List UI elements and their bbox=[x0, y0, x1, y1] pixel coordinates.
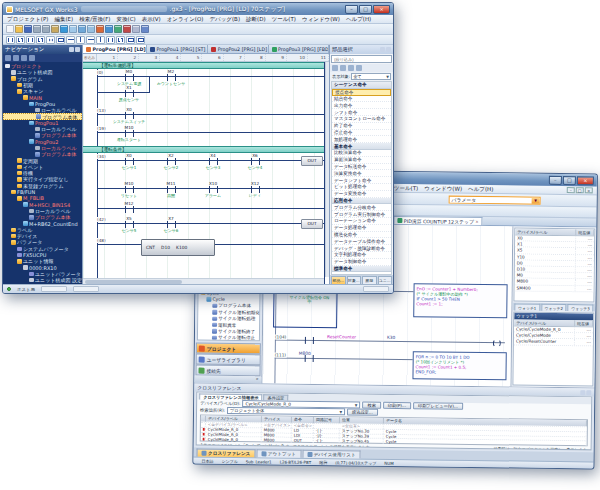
save-icon[interactable] bbox=[24, 25, 32, 33]
instruction-list-item[interactable]: デバッグ・故障診断命令 bbox=[332, 245, 391, 252]
instruction-list-item[interactable]: 接点命令 bbox=[332, 89, 391, 96]
open-branch-icon[interactable] bbox=[26, 36, 35, 44]
close-icon[interactable] bbox=[75, 47, 80, 52]
instruction-list-item[interactable]: 演算変換命令 bbox=[332, 170, 391, 177]
ladder-contact[interactable]: X10 アラーム bbox=[195, 182, 231, 198]
parts-help-icon[interactable] bbox=[356, 65, 362, 71]
instruction-list-item[interactable]: データ変換命令 bbox=[332, 191, 391, 198]
filter-settings-button[interactable]: 絞込設定... bbox=[347, 408, 378, 415]
instruction-list-item[interactable]: プログラム実行制御命令 bbox=[332, 211, 391, 218]
paste-icon[interactable] bbox=[51, 25, 59, 33]
doc-close-button[interactable]: × bbox=[585, 187, 593, 193]
maximize-button[interactable]: □ bbox=[563, 176, 576, 185]
inline-st-box[interactable]: EnO := Counter1 + Number0;(* サイクル運転中の動作 … bbox=[413, 283, 507, 318]
instruction-list-item[interactable]: ビット処理命令 bbox=[332, 184, 391, 191]
instruction-list-item[interactable]: データ転送命令 bbox=[332, 164, 391, 171]
horizontal-line-icon[interactable] bbox=[66, 36, 75, 44]
ladder-contact[interactable]: X2 センサ2 bbox=[153, 154, 189, 170]
instruction-list-item[interactable]: 比較演算命令 bbox=[332, 150, 391, 157]
menu-item[interactable]: ウィンドウ(W) bbox=[424, 185, 462, 192]
falling-pulse-icon[interactable] bbox=[116, 36, 125, 44]
read-from-plc-icon[interactable] bbox=[105, 25, 113, 33]
application-instruction-icon[interactable] bbox=[56, 36, 65, 44]
bottom-panel-tab[interactable]: クロスリファレンス bbox=[196, 449, 255, 458]
ladder-contact[interactable]: X5 センサ5 bbox=[111, 217, 147, 233]
copy-icon[interactable] bbox=[42, 25, 50, 33]
view-overflow-button[interactable]: » bbox=[194, 376, 261, 384]
editor-tab[interactable]: ProgPou3 [PRG] [FBD] 4ス... bbox=[269, 45, 329, 53]
instruction-list-item[interactable]: プログラム分岐命令 bbox=[332, 204, 391, 211]
instruction-list-item[interactable]: 結合命令 bbox=[332, 96, 391, 103]
menu-item[interactable]: 表示(V) bbox=[142, 16, 161, 23]
statement-edit-icon[interactable] bbox=[136, 36, 145, 44]
instruction-list-item[interactable]: データテーブル操作命令 bbox=[332, 238, 391, 245]
ladder-contact[interactable]: X4 センサ3 bbox=[195, 154, 231, 170]
open-contact-icon[interactable] bbox=[6, 36, 15, 44]
instruction-list-item[interactable]: 標準命令 bbox=[332, 266, 391, 273]
pin-icon[interactable] bbox=[380, 47, 385, 52]
close-icon[interactable] bbox=[586, 390, 591, 395]
instruction-list-item[interactable]: シーケンス命令 bbox=[332, 82, 391, 89]
panel-tab[interactable]: ユニ... bbox=[378, 276, 393, 284]
ladder-contact[interactable]: X7 センサ6 bbox=[153, 217, 189, 233]
bottom-panel-tab[interactable]: アウトプット bbox=[256, 449, 301, 458]
instruction-list-item[interactable]: 算術演算命令 bbox=[332, 157, 391, 164]
close-icon[interactable] bbox=[386, 47, 391, 52]
watch-row[interactable]: Cycle/ResetCounter--- bbox=[514, 339, 593, 346]
menu-item[interactable]: 診断(D) bbox=[246, 16, 266, 23]
undo-icon[interactable] bbox=[60, 25, 68, 33]
closed-contact-icon[interactable] bbox=[16, 36, 25, 44]
menu-item[interactable]: デバッグ(B) bbox=[209, 16, 240, 23]
instruction-list-item[interactable]: データシフト命令 bbox=[332, 177, 391, 184]
redo-icon[interactable] bbox=[69, 25, 77, 33]
menu-item[interactable]: ツール(T) bbox=[394, 184, 419, 191]
maximize-button[interactable]: □ bbox=[359, 5, 372, 14]
instruction-list-item[interactable]: データ処理命令 bbox=[332, 225, 391, 232]
editor-tab[interactable]: ProgPou1 [PRG] [ST] 1ステ... bbox=[147, 45, 208, 53]
panel-tab[interactable]: 履歴 bbox=[362, 276, 377, 284]
view-selector-button[interactable]: プロジェクト bbox=[196, 343, 261, 355]
display-target-select[interactable]: 全て ▼ bbox=[351, 73, 391, 80]
write-to-plc-icon[interactable] bbox=[96, 25, 104, 33]
instruction-list-item[interactable]: 停止命令 bbox=[332, 130, 391, 137]
vertical-line-icon[interactable] bbox=[76, 36, 85, 44]
panel-tab[interactable]: 対象... bbox=[347, 276, 362, 284]
monitor-start-icon[interactable] bbox=[114, 25, 122, 33]
close-button[interactable]: × bbox=[577, 176, 594, 185]
horizontal-scrollbar[interactable] bbox=[83, 278, 325, 284]
menu-item[interactable]: 変換(C) bbox=[116, 16, 135, 23]
editor-tab[interactable]: ProgPou2 [PRG] [LD] 56ス... bbox=[208, 45, 268, 53]
instruction-list-item[interactable]: 応用命令 bbox=[332, 198, 391, 205]
output-coil[interactable] bbox=[493, 339, 501, 347]
ladder-contact[interactable]: M10 運転スタート bbox=[111, 126, 147, 142]
delete-vertical-line-icon[interactable] bbox=[96, 36, 105, 44]
doc-minimize-button[interactable]: – bbox=[567, 187, 575, 193]
open-contact-symbol[interactable] bbox=[305, 355, 314, 362]
data-type-combobox[interactable]: パラメータ ▼ bbox=[449, 195, 541, 204]
instruction-list-item[interactable]: 文字列処理命令 bbox=[332, 252, 391, 259]
function-block[interactable]: CNT D10 K100 bbox=[141, 239, 215, 256]
help-icon[interactable] bbox=[141, 25, 149, 33]
ladder-contact[interactable]: X6 センサ4 bbox=[237, 154, 273, 170]
ladder-contact[interactable]: X0 センサ1 bbox=[111, 154, 147, 170]
ladder-edit-icon[interactable] bbox=[126, 36, 135, 44]
watch-tab[interactable]: ウォッチ1 bbox=[514, 303, 540, 310]
pin-icon[interactable] bbox=[69, 47, 74, 52]
parts-list-icon[interactable] bbox=[332, 65, 338, 71]
closed-branch-icon[interactable] bbox=[36, 36, 45, 44]
element-filter-input[interactable] bbox=[331, 55, 392, 63]
rising-pulse-icon[interactable] bbox=[106, 36, 115, 44]
nav-collapse-icon[interactable] bbox=[5, 55, 11, 61]
ladder-canvas[interactable]: 【運転準備処理】 (0) X1 原点センサ M0 システム電源 bbox=[83, 62, 329, 284]
view-selector-button[interactable]: ユーザライブラリ bbox=[196, 354, 261, 366]
menu-item[interactable]: ヘルプ(H) bbox=[346, 16, 371, 23]
cut-icon[interactable] bbox=[33, 25, 41, 33]
instruction-list-item[interactable]: 無処理命令 bbox=[332, 136, 391, 143]
instruction-list-item[interactable]: ローテーション命令 bbox=[332, 218, 391, 225]
ladder-contact[interactable]: M11 再開 bbox=[153, 182, 189, 198]
menu-item[interactable]: プロジェクト(P) bbox=[7, 16, 48, 23]
open-contact-symbol[interactable] bbox=[305, 337, 314, 344]
inline-st-box[interactable]: FOR n := 0 TO 10 BY 1 DO(* 10回インクリメント *)… bbox=[412, 351, 506, 380]
monitor-stop-icon[interactable] bbox=[123, 25, 131, 33]
ladder-contact[interactable]: M0 システム電源 bbox=[111, 70, 147, 86]
